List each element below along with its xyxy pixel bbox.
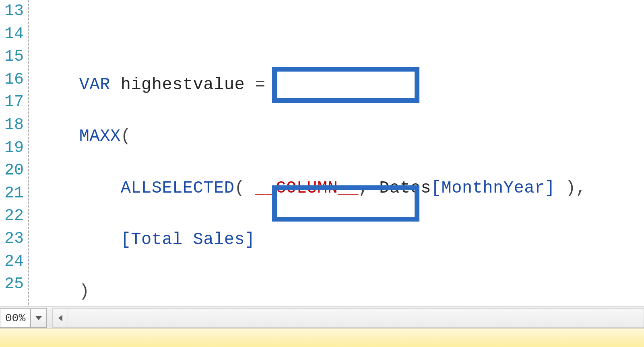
chevron-left-icon xyxy=(58,315,62,321)
line-number: 14 xyxy=(0,23,28,46)
column-ref: [MonthnYear] xyxy=(431,179,555,198)
code-line[interactable] xyxy=(38,22,644,45)
close-paren: ) xyxy=(79,282,90,301)
code-area[interactable]: VAR highestvalue = MAXX( ALLSELECTED( __… xyxy=(29,0,644,308)
table-ref: Dates xyxy=(379,179,431,198)
line-number: 15 xyxy=(0,45,28,68)
line-number: 18 xyxy=(0,114,28,137)
status-bar xyxy=(0,329,644,347)
line-number: 19 xyxy=(0,137,28,160)
horizontal-scrollbar[interactable] xyxy=(52,308,644,328)
line-number: 21 xyxy=(0,182,28,205)
line-number: 17 xyxy=(0,91,28,114)
close-paren-comma: ), xyxy=(566,179,586,198)
line-number-gutter: 13 14 15 16 17 18 19 20 21 22 23 24 25 xyxy=(0,0,29,308)
line-number: 23 xyxy=(0,228,28,250)
identifier: highestvalue xyxy=(121,75,245,94)
line-number: 24 xyxy=(0,250,28,273)
function-allselected: ALLSELECTED xyxy=(121,179,235,198)
line-number: 22 xyxy=(0,205,28,228)
line-number: 25 xyxy=(0,273,28,296)
line-number: 16 xyxy=(0,68,28,91)
keyword-var: VAR xyxy=(79,75,110,94)
placeholder-column: __COLUMN__ xyxy=(255,179,359,198)
code-line[interactable]: ) xyxy=(38,280,644,303)
operator-equals: = xyxy=(255,75,266,94)
measure-ref: [Total Sales] xyxy=(121,230,255,249)
chevron-down-icon xyxy=(35,316,42,320)
line-number: 13 xyxy=(0,0,28,23)
code-line[interactable]: VAR highestvalue = xyxy=(38,74,644,97)
code-line[interactable]: [Total Sales] xyxy=(38,228,644,251)
comma: , xyxy=(359,179,369,198)
zoom-dropdown-button[interactable] xyxy=(31,308,47,328)
function-maxx: MAXX xyxy=(79,127,121,146)
open-paren: ( xyxy=(234,179,245,198)
scroll-left-button[interactable] xyxy=(53,309,68,327)
zoom-value[interactable]: 00% xyxy=(0,308,31,328)
zoom-control[interactable]: 00% xyxy=(0,308,47,328)
code-line[interactable]: ALLSELECTED( __COLUMN__, Dates[MonthnYea… xyxy=(38,177,644,200)
code-editor[interactable]: 13 14 15 16 17 18 19 20 21 22 23 24 25 V… xyxy=(0,0,644,308)
open-paren: ( xyxy=(121,127,131,146)
line-number: 20 xyxy=(0,159,28,182)
editor-footer: 00% xyxy=(0,306,644,329)
code-line[interactable]: MAXX( xyxy=(38,125,644,148)
